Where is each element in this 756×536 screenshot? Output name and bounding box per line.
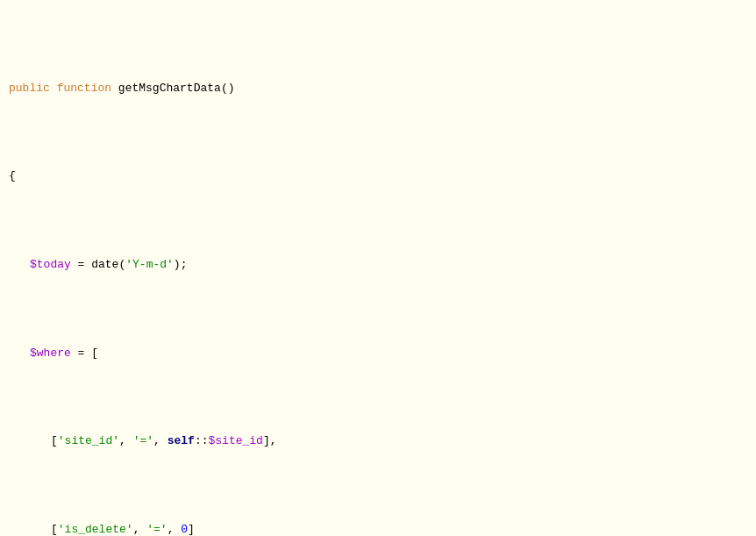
code-line-3: $today = date('Y-m-d');	[9, 256, 742, 274]
code-line-5: ['site_id', '=', self::$site_id],	[9, 432, 742, 450]
code-line-6: ['is_delete', '=', 0]	[9, 521, 742, 536]
code-container: public function getMsgChartData() { $tod…	[0, 0, 756, 536]
code-line-1: public function getMsgChartData()	[9, 80, 742, 97]
code-block: public function getMsgChartData() { $tod…	[9, 9, 742, 536]
code-line-2: {	[9, 168, 742, 185]
code-line-4: $where = [	[9, 345, 742, 362]
